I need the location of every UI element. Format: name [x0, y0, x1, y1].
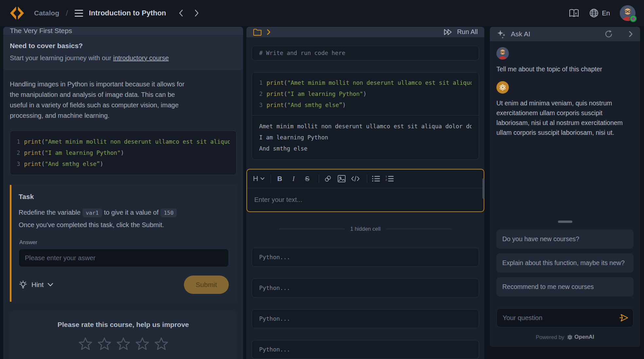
heading-button[interactable]: H	[253, 173, 265, 184]
page-title: Introduction to Python	[89, 9, 166, 17]
ai-message: Ut enim ad minima veniam, quis nostrum e…	[496, 98, 634, 137]
chevron-left-icon[interactable]	[177, 9, 185, 17]
executed-code-cell[interactable]: 1print("Amet minim mollit non deserunt u…	[252, 72, 479, 160]
task-card: Task Redefine the variablevar1to give it…	[10, 185, 237, 302]
code-button[interactable]	[350, 173, 361, 184]
powered-by: Powered by OpenAI	[496, 334, 634, 340]
svg-text:1: 1	[385, 175, 387, 178]
collapsed-python-cell[interactable]: Python...	[252, 278, 479, 297]
image-button[interactable]	[336, 173, 347, 184]
achievement-badge	[630, 15, 637, 22]
collapsed-cells: Python...Python...Python...Python...	[246, 248, 484, 359]
cell-code[interactable]: 1print("Amet minim mollit non deserunt u…	[252, 73, 479, 115]
question-input[interactable]	[496, 308, 634, 327]
refresh-icon[interactable]	[604, 29, 613, 39]
chapter-title: The Very First Steps	[10, 27, 72, 35]
run-all-button[interactable]: Run All	[443, 28, 478, 36]
divider-line	[386, 229, 451, 229]
collapsed-python-cell[interactable]: Python...	[252, 340, 479, 359]
star-icon[interactable]	[116, 336, 131, 351]
toolbar-separator	[271, 174, 271, 183]
output-line: I am learning Python	[259, 132, 472, 143]
ordered-list-icon: 1 2	[385, 175, 394, 182]
globe-icon	[589, 8, 599, 18]
language-switcher[interactable]: En	[589, 8, 610, 18]
chevron-down-icon	[260, 177, 265, 180]
rating-card: Please rate this course, help us improve	[10, 311, 237, 359]
star-icon[interactable]	[154, 336, 169, 351]
send-button[interactable]	[619, 313, 629, 323]
star-rating	[16, 336, 230, 351]
link-icon	[324, 175, 332, 183]
bullet-list-icon	[372, 175, 380, 182]
italic-button[interactable]: I	[288, 173, 299, 184]
lesson-panel-header: The Very First Steps	[3, 27, 243, 35]
star-icon[interactable]	[78, 336, 93, 351]
drag-handle[interactable]	[558, 221, 572, 223]
introductory-course-link[interactable]: introductory course	[113, 54, 169, 62]
hint-label: Hint	[31, 281, 44, 289]
openai-icon	[567, 334, 573, 340]
bullet-list-button[interactable]	[370, 173, 382, 184]
collapsed-python-cell[interactable]: Python...	[252, 248, 479, 267]
book-info-icon[interactable]	[569, 8, 579, 18]
suggestion-chips: Do you have new courses?Explain about th…	[496, 229, 634, 296]
code-icon	[351, 175, 360, 182]
cell-output: Amet minim mollit non deserunt ullamco e…	[252, 116, 479, 159]
breadcrumb-catalog[interactable]: Catalog	[34, 9, 59, 17]
star-icon[interactable]	[135, 336, 150, 351]
rating-title: Please rate this course, help us improve	[16, 321, 230, 329]
output-line: And smthg else	[259, 143, 472, 154]
avatar[interactable]	[620, 5, 635, 21]
task-title: Task	[19, 193, 229, 201]
menu-icon[interactable]	[75, 10, 83, 17]
star-icon[interactable]	[97, 336, 112, 351]
ask-ai-panel: Ask AI	[490, 27, 640, 347]
task-description: Redefine the variablevar1to give it a va…	[19, 206, 229, 231]
hint-button[interactable]: Hint	[19, 280, 53, 290]
code-line: 1print("Amet minim mollit non deserunt u…	[17, 136, 230, 147]
submit-button[interactable]: Submit	[184, 276, 229, 294]
suggestion-chip[interactable]: Explain about this function, maybe its n…	[496, 253, 634, 273]
toolbar-separator	[319, 174, 319, 183]
value-chip: 150	[161, 208, 177, 217]
lesson-code-block: 1print("Amet minim mollit non deserunt u…	[10, 131, 237, 175]
text-editor-cell[interactable]: H B I S	[246, 169, 484, 212]
strikethrough-button[interactable]: S	[302, 173, 313, 184]
folder-icon[interactable]	[253, 28, 262, 36]
language-label: En	[602, 9, 610, 17]
expand-chevron-icon[interactable]	[266, 29, 271, 35]
chat-body: Tell me about the topic of this chapter …	[490, 41, 640, 347]
hidden-cells-label: 1 hidden cell	[350, 226, 381, 232]
code-line: 3print("And smthg else”)	[259, 99, 472, 111]
collapse-chevron-icon[interactable]	[628, 30, 634, 38]
ordered-list-button[interactable]: 1 2	[384, 173, 395, 184]
scrollbar-thumb[interactable]	[482, 178, 484, 199]
suggestion-chip[interactable]: Recommend to me new courses	[496, 277, 634, 296]
link-button[interactable]	[322, 173, 333, 184]
divider-line	[279, 229, 345, 229]
code-line: 1print("Amet minim mollit non deserunt u…	[259, 77, 472, 88]
ai-avatar	[496, 81, 509, 94]
brand-logo-icon	[9, 6, 25, 21]
suggestion-chip[interactable]: Do you have new courses?	[496, 229, 634, 249]
answer-label: Answer	[19, 239, 229, 245]
svg-text:2: 2	[385, 178, 387, 181]
scratch-code-cell[interactable]: # Write and run code here	[252, 46, 479, 61]
basics-text: Start your learning journey with our	[10, 54, 113, 62]
top-bar: Catalog / Introduction to Python	[0, 0, 644, 26]
chevron-right-icon[interactable]	[193, 9, 200, 17]
brand-logo[interactable]	[9, 5, 26, 22]
editor-placeholder[interactable]: Enter your text...	[247, 188, 484, 211]
notebook-toolbar: Run All	[246, 27, 484, 37]
answer-input[interactable]	[19, 249, 229, 267]
bold-button[interactable]: B	[274, 173, 285, 184]
chevron-down-icon	[47, 283, 53, 287]
basics-banner: Need to cover basics? Start your learnin…	[3, 35, 243, 70]
run-all-label: Run All	[457, 28, 478, 36]
collapsed-python-cell[interactable]: Python...	[252, 309, 479, 328]
user-avatar	[496, 47, 509, 60]
lesson-panel: The Very First Steps Need to cover basic…	[3, 27, 243, 359]
hidden-cells-divider[interactable]: 1 hidden cell	[246, 226, 484, 232]
editor-toolbar: H B I S	[247, 170, 484, 188]
